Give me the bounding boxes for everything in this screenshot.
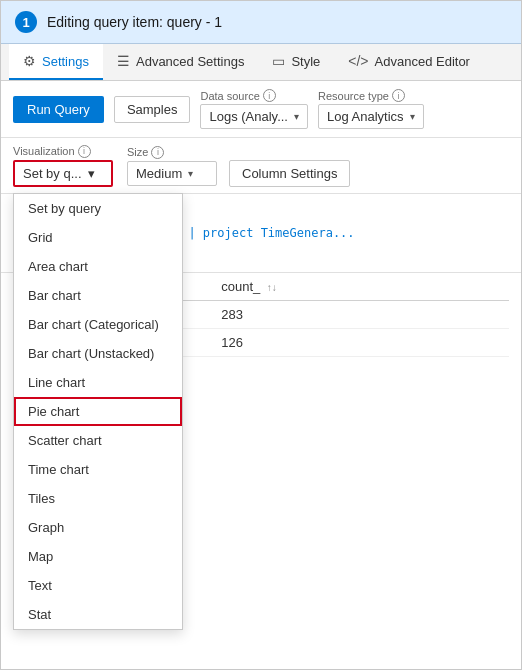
visualization-group: Visualization i Set by q... ▾ <box>13 145 113 187</box>
data-source-group: Data source i Logs (Analy... ▾ <box>200 89 308 129</box>
page-title: Editing query item: query - 1 <box>47 14 222 30</box>
tab-advanced-editor-label: Advanced Editor <box>375 54 470 69</box>
size-select[interactable]: Medium ▾ <box>127 161 217 186</box>
toolbar-row: Run Query Samples Data source i Logs (An… <box>1 81 521 138</box>
samples-button[interactable]: Samples <box>114 96 191 123</box>
sort-icon-count: ↑↓ <box>267 282 277 293</box>
dropdown-item-line-chart[interactable]: Line chart <box>14 368 182 397</box>
viz-row: Visualization i Set by q... ▾ Size i Med… <box>1 138 521 194</box>
resource-type-info-icon[interactable]: i <box>392 89 405 102</box>
col-header-count[interactable]: count_ ↑↓ <box>211 273 509 301</box>
dropdown-item-bar-chart-categorical[interactable]: Bar chart (Categorical) <box>14 310 182 339</box>
visualization-chevron-icon: ▾ <box>88 166 95 181</box>
visualization-dropdown: Set by query Grid Area chart Bar chart B… <box>13 193 183 630</box>
dropdown-item-time-chart[interactable]: Time chart <box>14 455 182 484</box>
tab-settings[interactable]: ⚙ Settings <box>9 44 103 80</box>
data-source-chevron-icon: ▾ <box>294 111 299 122</box>
tab-advanced-settings[interactable]: ☰ Advanced Settings <box>103 44 258 80</box>
tab-advanced-settings-label: Advanced Settings <box>136 54 244 69</box>
dropdown-item-graph[interactable]: Graph <box>14 513 182 542</box>
dropdown-item-bar-chart-unstacked[interactable]: Bar chart (Unstacked) <box>14 339 182 368</box>
dropdown-item-scatter-chart[interactable]: Scatter chart <box>14 426 182 455</box>
dropdown-item-text[interactable]: Text <box>14 571 182 600</box>
dropdown-item-stat[interactable]: Stat <box>14 600 182 629</box>
column-settings-button[interactable]: Column Settings <box>229 160 350 187</box>
size-group: Size i Medium ▾ <box>127 146 217 186</box>
col-count-label: count_ <box>221 279 260 294</box>
tab-style-label: Style <box>291 54 320 69</box>
dropdown-item-set-by-query[interactable]: Set by query <box>14 194 182 223</box>
tab-style[interactable]: ▭ Style <box>258 44 334 80</box>
visualization-label: Visualization i <box>13 145 113 158</box>
title-bar: 1 Editing query item: query - 1 <box>1 1 521 44</box>
size-col-row: Size i Medium ▾ Column Settings <box>127 144 350 187</box>
resource-type-chevron-icon: ▾ <box>410 111 415 122</box>
advanced-editor-icon: </> <box>348 53 368 69</box>
tab-advanced-editor[interactable]: </> Advanced Editor <box>334 44 484 80</box>
row1-count: 283 <box>211 301 509 329</box>
data-source-info-icon[interactable]: i <box>263 89 276 102</box>
tab-settings-label: Settings <box>42 54 89 69</box>
dropdown-item-grid[interactable]: Grid <box>14 223 182 252</box>
resource-type-select[interactable]: Log Analytics ▾ <box>318 104 424 129</box>
dropdown-item-tiles[interactable]: Tiles <box>14 484 182 513</box>
advanced-settings-icon: ☰ <box>117 53 130 69</box>
style-icon: ▭ <box>272 53 285 69</box>
title-badge: 1 <box>15 11 37 33</box>
size-label: Size i <box>127 146 217 159</box>
size-chevron-icon: ▾ <box>188 168 193 179</box>
nav-tabs: ⚙ Settings ☰ Advanced Settings ▭ Style <… <box>1 44 521 81</box>
visualization-info-icon[interactable]: i <box>78 145 91 158</box>
size-value: Medium <box>136 166 182 181</box>
visualization-value: Set by q... <box>23 166 82 181</box>
settings-icon: ⚙ <box>23 53 36 69</box>
dropdown-item-bar-chart[interactable]: Bar chart <box>14 281 182 310</box>
resource-type-label: Resource type i <box>318 89 424 102</box>
visualization-select[interactable]: Set by q... ▾ <box>13 160 113 187</box>
size-info-icon[interactable]: i <box>151 146 164 159</box>
resource-type-group: Resource type i Log Analytics ▾ <box>318 89 424 129</box>
data-source-select[interactable]: Logs (Analy... ▾ <box>200 104 308 129</box>
dropdown-item-map[interactable]: Map <box>14 542 182 571</box>
data-source-label: Data source i <box>200 89 308 102</box>
row2-count: 126 <box>211 329 509 357</box>
data-source-value: Logs (Analy... <box>209 109 288 124</box>
run-query-button[interactable]: Run Query <box>13 96 104 123</box>
resource-type-value: Log Analytics <box>327 109 404 124</box>
dropdown-item-pie-chart[interactable]: Pie chart <box>14 397 182 426</box>
dropdown-item-area-chart[interactable]: Area chart <box>14 252 182 281</box>
